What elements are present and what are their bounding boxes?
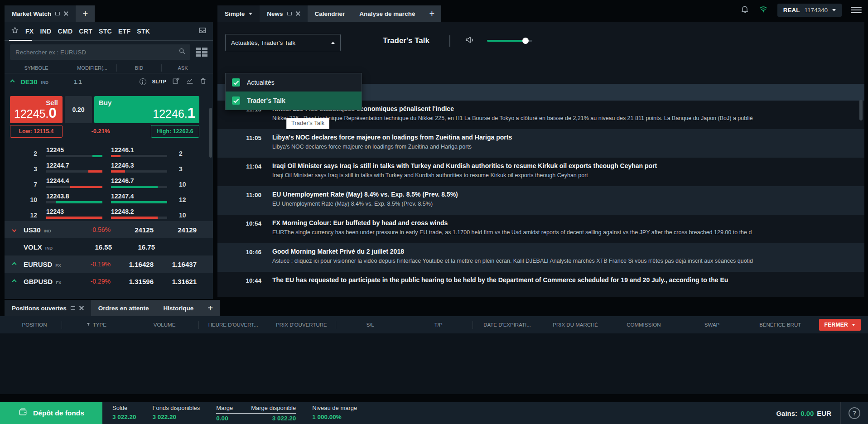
row-bid[interactable]: 1.16428 bbox=[111, 260, 154, 268]
search-input[interactable] bbox=[14, 48, 178, 56]
add-tab-button[interactable]: + bbox=[201, 300, 220, 316]
buy-button[interactable]: Buy 12246.1 bbox=[94, 96, 199, 123]
col-bid[interactable]: BID bbox=[117, 64, 162, 72]
tab-historique[interactable]: Historique bbox=[156, 300, 201, 316]
filter-funnel-icon[interactable] bbox=[86, 322, 91, 328]
depth-bid-cell[interactable]: 12243.8 bbox=[46, 192, 102, 203]
row-bid[interactable]: 24125 bbox=[111, 226, 154, 234]
instrument-row-eurusd[interactable]: EURUSDFX -0.19% 1.16428 1.16437 bbox=[5, 255, 213, 273]
tab-calendrier[interactable]: Calendrier bbox=[308, 5, 352, 22]
metric-solde: Solde 3 022.20 bbox=[112, 405, 136, 420]
speaker-volume-icon[interactable] bbox=[464, 34, 475, 47]
category-tab-ind[interactable]: IND bbox=[40, 28, 52, 35]
delete-trash-icon[interactable] bbox=[200, 77, 207, 87]
news-item[interactable]: 10:46 Good Morning Market Privé du 2 jui… bbox=[217, 243, 864, 272]
col-modifier[interactable]: MODIFIER(... bbox=[68, 64, 117, 72]
edit-order-icon[interactable] bbox=[172, 77, 180, 87]
category-tab-stk[interactable]: STK bbox=[137, 28, 150, 35]
fermer-button[interactable]: FERMER bbox=[819, 319, 861, 331]
depth-ask-cell[interactable]: 12247.4 bbox=[111, 192, 167, 203]
depth-bid-cell[interactable]: 12243 bbox=[46, 207, 102, 219]
news-item[interactable]: 11:04 Iraqi Oil Minister says Iraq is st… bbox=[217, 158, 864, 186]
info-icon[interactable] bbox=[140, 78, 146, 85]
instrument-row-volx[interactable]: VOLXIND +3.57% 16.55 16.75 bbox=[5, 238, 213, 255]
archive-inbox-icon[interactable] bbox=[198, 26, 207, 36]
close-icon[interactable] bbox=[296, 11, 300, 16]
news-item[interactable]: 11:00 EU Unemployment Rate (May) 8.4% vs… bbox=[217, 186, 864, 215]
category-tab-stc[interactable]: STC bbox=[99, 28, 112, 35]
checkbox-checked-icon[interactable] bbox=[232, 96, 240, 105]
depth-bid-cell[interactable]: 12245 bbox=[46, 146, 102, 157]
row-ask[interactable]: 1.31621 bbox=[154, 278, 197, 285]
sltp-button[interactable]: SL/TP bbox=[152, 79, 166, 84]
col-swap[interactable]: SWAP bbox=[678, 322, 746, 328]
col-symbole[interactable]: SYMBOLE bbox=[5, 65, 68, 71]
depth-ask-cell[interactable]: 12246.7 bbox=[111, 177, 167, 188]
tab-market-watch[interactable]: Market Watch bbox=[5, 5, 76, 22]
add-tab-button[interactable]: + bbox=[422, 5, 441, 22]
menu-item-traders-talk[interactable]: Trader's Talk bbox=[226, 92, 362, 110]
restore-window-icon[interactable] bbox=[55, 12, 60, 15]
col-commission[interactable]: COMMISSION bbox=[610, 322, 678, 328]
row-ask[interactable]: 16.75 bbox=[112, 243, 155, 251]
depth-bid-cell[interactable]: 12244.4 bbox=[46, 177, 102, 188]
restore-window-icon[interactable] bbox=[287, 12, 292, 15]
scrollbar-thumb[interactable] bbox=[209, 108, 212, 158]
row-ask[interactable]: 1.16437 bbox=[154, 260, 197, 268]
tab-positions-ouvertes[interactable]: Positions ouvertes bbox=[5, 300, 91, 316]
slider-thumb[interactable] bbox=[522, 38, 529, 44]
volume-slider[interactable] bbox=[487, 40, 532, 42]
depth-ask-cell[interactable]: 12246.3 bbox=[111, 161, 167, 173]
tab-ordres-en-attente[interactable]: Ordres en attente bbox=[91, 300, 156, 316]
news-item[interactable]: 10:44 The EU has requested to participat… bbox=[217, 272, 864, 297]
row-bid[interactable]: 1.31596 bbox=[111, 278, 154, 285]
col-date-expiration[interactable]: DATE D'EXPIRATI... bbox=[473, 321, 541, 329]
row-bid[interactable]: 16.55 bbox=[69, 243, 112, 251]
instrument-row-gbpusd[interactable]: GBPUSDFX -0.29% 1.31596 1.31621 bbox=[5, 273, 213, 290]
col-heure-ouverture[interactable]: HEURE D'OUVERT... bbox=[198, 321, 267, 329]
add-tab-button[interactable]: + bbox=[76, 5, 95, 22]
menu-item-actualites[interactable]: Actualités bbox=[226, 73, 362, 92]
category-tab-fx[interactable]: FX bbox=[25, 28, 34, 35]
col-prix-ouverture[interactable]: PRIX D'OUVERTURE bbox=[267, 322, 336, 328]
help-icon[interactable]: ? bbox=[849, 407, 860, 419]
symbol-search[interactable] bbox=[10, 44, 190, 60]
sell-button[interactable]: Sell 12245.0 bbox=[10, 96, 63, 123]
instrument-row-us30[interactable]: US30IND -0.56% 24125 24129 bbox=[5, 221, 213, 238]
col-sl[interactable]: S/L bbox=[336, 321, 405, 329]
category-tab-cmd[interactable]: CMD bbox=[58, 28, 73, 35]
col-position[interactable]: POSITION bbox=[7, 322, 62, 328]
depth-qty-right: 12 bbox=[179, 196, 212, 203]
spread-box[interactable]: 0.20 bbox=[65, 96, 92, 123]
close-icon[interactable] bbox=[64, 11, 68, 16]
layout-grid-icon[interactable] bbox=[196, 48, 207, 57]
news-item[interactable]: 10:54 FX Morning Colour: Eur buffeted by… bbox=[217, 215, 864, 243]
col-type[interactable]: TYPE bbox=[62, 321, 130, 329]
favorites-star-icon[interactable] bbox=[11, 26, 19, 36]
col-tp[interactable]: T/P bbox=[404, 322, 473, 328]
close-icon[interactable] bbox=[79, 306, 84, 310]
depth-bid-cell[interactable]: 12244.7 bbox=[46, 161, 102, 173]
news-item[interactable]: 11:05 Libya's NOC declares force majeure… bbox=[217, 129, 864, 158]
news-filter-select[interactable]: Actualités, Trader's Talk bbox=[225, 34, 341, 51]
instrument-header-de30[interactable]: DE30 IND 1.1 SL/TP bbox=[5, 73, 213, 90]
open-chart-icon[interactable] bbox=[186, 77, 194, 87]
row-ask[interactable]: 24129 bbox=[154, 226, 197, 234]
checkbox-checked-icon[interactable] bbox=[232, 78, 240, 87]
restore-window-icon[interactable] bbox=[71, 306, 75, 310]
tab-simple[interactable]: Simple bbox=[217, 5, 260, 22]
scrollbar-thumb[interactable] bbox=[859, 100, 863, 120]
search-icon[interactable] bbox=[178, 48, 186, 57]
deposit-button[interactable]: Dépôt de fonds bbox=[0, 402, 102, 424]
category-tab-crt[interactable]: CRT bbox=[79, 28, 92, 35]
col-ask[interactable]: ASK bbox=[162, 65, 204, 71]
tab-analyse-de-marche[interactable]: Analyse de marché bbox=[352, 5, 422, 22]
col-prix-marche[interactable]: PRIX DU MARCHÉ bbox=[541, 322, 610, 328]
depth-ask-cell[interactable]: 12246.1 bbox=[111, 146, 167, 157]
category-tab-etf[interactable]: ETF bbox=[118, 28, 130, 35]
depth-qty-left: 10 bbox=[5, 196, 37, 203]
depth-ask-cell[interactable]: 12248.2 bbox=[111, 207, 167, 219]
col-benefice-brut[interactable]: BÉNÉFICE BRUT bbox=[746, 322, 815, 328]
tab-news[interactable]: News bbox=[260, 5, 307, 22]
col-volume[interactable]: VOLUME bbox=[130, 322, 199, 328]
